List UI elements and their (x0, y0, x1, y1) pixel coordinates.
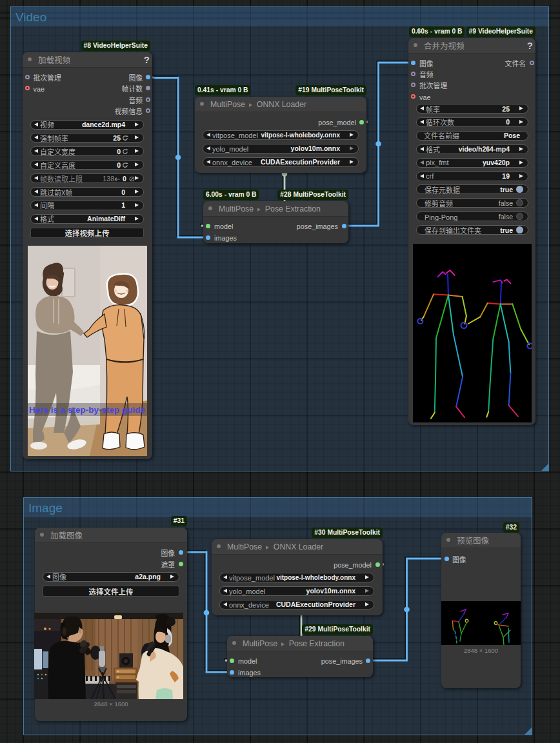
svg-text:Here is a step-by-step guide: Here is a step-by-step guide (29, 405, 146, 415)
